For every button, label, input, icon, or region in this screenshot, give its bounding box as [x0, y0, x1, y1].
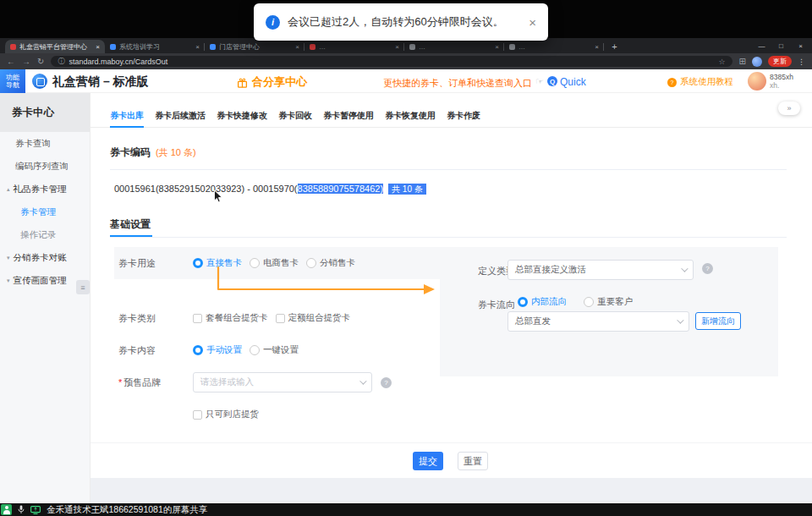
option-label: 分销售卡 [320, 257, 355, 269]
radio-direct-sale[interactable]: 直接售卡 [193, 257, 242, 269]
browser-profile-avatar[interactable] [752, 57, 762, 67]
definition-type-select[interactable]: 总部直接定义激活 [508, 260, 694, 280]
checkbox-combo-pickup-card[interactable]: 套餐组合提货卡 [193, 312, 268, 324]
user-avatar[interactable] [748, 72, 766, 91]
reload-icon[interactable]: ↻ [37, 57, 44, 66]
tab-followup-activate[interactable]: 券卡后续激活 [155, 105, 206, 128]
tab-cards-out[interactable]: 券卡出库 [110, 105, 144, 128]
sidebar-group-label: 礼品券卡管理 [14, 184, 67, 195]
browser-tab[interactable]: 系统培训学习 × [105, 40, 205, 53]
brand-select[interactable]: 请选择或输入 [193, 372, 372, 392]
sidebar-group-gift-card-mgmt[interactable]: ▴ 礼品券卡管理 [0, 178, 90, 200]
tutorial-link[interactable]: ? 系统使用教程 [667, 76, 733, 88]
radio-internal-flow[interactable]: 内部流向 [518, 296, 567, 308]
tab-close-icon[interactable]: × [495, 43, 499, 51]
tab-close-icon[interactable]: × [195, 43, 200, 51]
browser-tab[interactable]: … × [504, 40, 604, 53]
toast-close-icon[interactable]: × [529, 15, 536, 30]
participant-thumbnail [1, 504, 12, 515]
tab-card-void[interactable]: 券卡作废 [447, 105, 480, 128]
option-label: 手动设置 [206, 344, 242, 356]
radio-icon [250, 258, 260, 268]
new-tab-button[interactable]: + [608, 40, 621, 52]
chevron-down-icon [359, 377, 366, 384]
browser-tab[interactable]: … × [404, 40, 504, 53]
tab-favicon [509, 44, 515, 50]
caret-down-icon: ▾ [7, 277, 10, 284]
sidebar-group-distribution-reconcile[interactable]: ▾ 分销券卡对账 [0, 246, 90, 269]
tab-card-recycle[interactable]: 券卡回收 [278, 105, 312, 128]
tab-card-suspend[interactable]: 券卡暂停使用 [323, 105, 374, 128]
radio-icon [250, 345, 260, 355]
checkbox-icon [193, 410, 202, 420]
menu-kebab-icon[interactable]: ⋮ [798, 58, 805, 66]
tab-title: … [319, 43, 392, 51]
browser-tab-active[interactable]: 礼盒营销平台管理中心 × [5, 40, 105, 53]
bookmark-star-icon[interactable]: ☆ [719, 58, 726, 66]
tab-title: … [419, 43, 491, 51]
brand-placeholder: 请选择或输入 [200, 376, 254, 388]
tab-quick-modify[interactable]: 券卡快捷修改 [217, 105, 267, 128]
code-prefix: 00015961(8385291502033923) - 00015970( [114, 184, 298, 194]
sidebar-item-card-query[interactable]: 券卡查询 [0, 132, 90, 155]
checkbox-fixed-combo-pickup-card[interactable]: 定额组合提货卡 [276, 312, 351, 324]
card-category-row: 券卡类别 套餐组合提货卡 定额组合提货卡 [118, 311, 358, 325]
window-close-icon[interactable]: × [791, 38, 810, 53]
option-label: 内部流向 [531, 296, 567, 308]
radio-manual-setup[interactable]: 手动设置 [193, 344, 242, 356]
update-badge[interactable]: 更新 [768, 56, 792, 67]
presale-brand-row: *预售品牌 请选择或输入 ? [118, 372, 392, 392]
tab-card-resume[interactable]: 券卡恢复使用 [385, 105, 436, 128]
info-icon: i [266, 15, 280, 30]
radio-icon [193, 345, 203, 355]
tab-favicon [110, 44, 116, 50]
sidebar: 券卡中心 券卡查询 编码序列查询 ▴ 礼品券卡管理 券卡管理 操作记录 ▾ 分销… [0, 93, 91, 503]
url-bar[interactable]: ⓘ standard.maboy.cn/CardsOut ☆ [51, 56, 732, 67]
maximize-icon[interactable]: □ [771, 38, 791, 53]
radio-important-customer[interactable]: 重要客户 [584, 296, 633, 308]
flow-select[interactable]: 总部直发 [508, 311, 689, 332]
add-flow-button[interactable]: 新增流向 [695, 312, 741, 330]
option-label: 直接售卡 [206, 257, 242, 269]
tab-close-icon[interactable]: × [595, 43, 599, 51]
extensions-icon[interactable]: ⊞ [739, 57, 746, 66]
sidebar-item-card-management[interactable]: 券卡管理 [0, 200, 90, 223]
radio-icon [584, 297, 594, 307]
site-info-icon[interactable]: ⓘ [58, 57, 64, 66]
sidebar-item-operation-log[interactable]: 操作记录 [0, 223, 90, 246]
forward-icon[interactable]: → [22, 57, 30, 66]
sidebar-item-code-sequence-query[interactable]: 编码序列查询 [0, 155, 90, 178]
window-controls: — □ × [752, 38, 810, 53]
tab-close-icon[interactable]: × [96, 43, 100, 51]
required-asterisk: * [118, 377, 122, 387]
minimize-icon[interactable]: — [752, 38, 771, 53]
radio-distribution-sale[interactable]: 分销售卡 [306, 257, 355, 269]
checkbox-store-pickup-only[interactable]: 只可到店提货 [193, 409, 259, 420]
tab-title: 系统培训学习 [119, 42, 192, 52]
url-text: standard.maboy.cn/CardsOut [69, 58, 167, 66]
sidebar-title: 券卡中心 [0, 93, 90, 132]
sidebar-collapse-handle[interactable]: ≡ [76, 280, 90, 294]
tab-close-icon[interactable]: × [395, 43, 399, 51]
quick-link[interactable]: Quick [560, 76, 586, 88]
radio-ecommerce-sale[interactable]: 电商售卡 [250, 257, 299, 269]
card-flow-label: 券卡流向 [478, 299, 515, 311]
microphone-icon [18, 505, 25, 514]
browser-tab[interactable]: 门店管理中心 × [205, 40, 304, 53]
nav-toggle-line1: 功能 [6, 74, 19, 81]
tab-close-icon[interactable]: × [295, 43, 299, 51]
reset-button[interactable]: 重置 [458, 452, 488, 470]
tab-favicon [210, 44, 216, 50]
submit-button[interactable]: 提交 [413, 452, 443, 470]
expand-button[interactable]: » [778, 102, 800, 115]
meeting-toast: i 会议已超过2人，自动转为60分钟限时会议。 × [254, 3, 548, 41]
checkbox-icon [276, 314, 285, 323]
radio-one-click-setup[interactable]: 一键设置 [250, 344, 299, 356]
selected-code-text: 8385889075578462) [298, 184, 384, 194]
share-center-link[interactable]: 合分享中心 [237, 74, 307, 90]
function-nav-button[interactable]: 功能 导航 [0, 69, 25, 93]
definition-panel: 定义类型 总部直接定义激活 ? 券卡流向 内部流向 重要客户 总部直发 新增流向 [440, 247, 778, 376]
gift-icon [237, 77, 248, 88]
back-icon[interactable]: ← [7, 57, 15, 66]
browser-tab[interactable]: … × [304, 40, 404, 53]
